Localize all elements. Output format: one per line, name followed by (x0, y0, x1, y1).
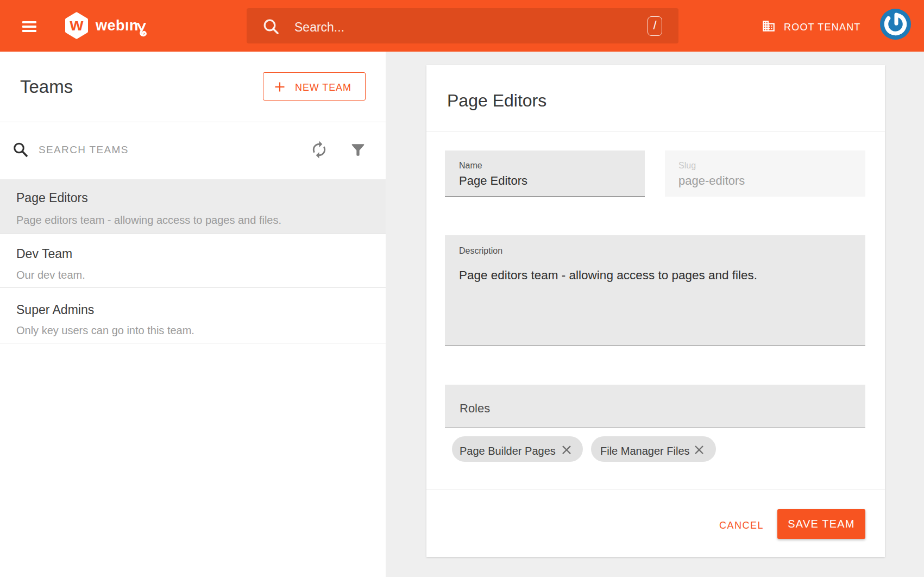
svg-text:w: w (70, 15, 84, 34)
